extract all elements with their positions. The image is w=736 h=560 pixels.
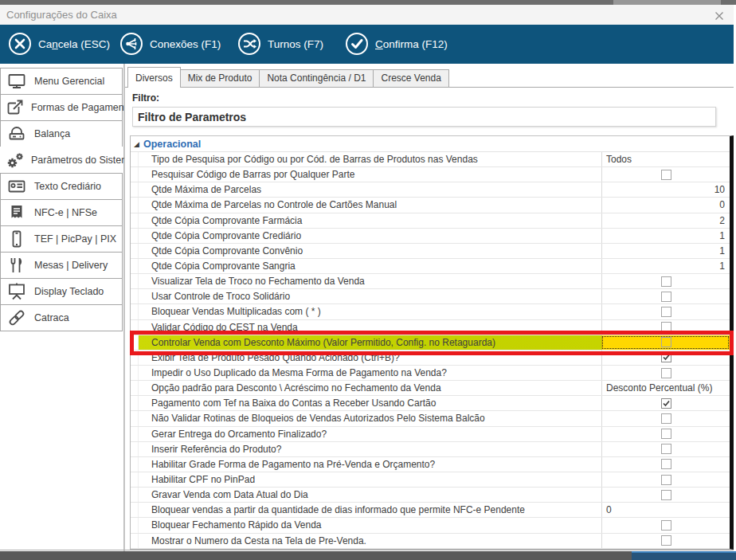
unchecked-checkbox[interactable] <box>661 535 671 546</box>
unchecked-checkbox[interactable] <box>661 170 671 180</box>
sidebar-item-label: NFC-e | NFSe <box>34 207 97 218</box>
checked-checkbox[interactable] <box>661 352 671 362</box>
param-value: Todos <box>606 154 632 165</box>
sidebar-item-tef-picpay-pix[interactable]: TEF | PicPay | PIX <box>0 225 123 253</box>
unchecked-checkbox[interactable] <box>661 307 671 317</box>
unchecked-checkbox[interactable] <box>661 292 671 302</box>
row-indent <box>131 488 139 502</box>
param-row: Pagamento com Tef na Baixa do Contas a R… <box>131 396 730 411</box>
param-row: Gravar Venda com Data Atual do Dia <box>131 488 730 503</box>
filter-input[interactable] <box>132 107 716 127</box>
param-value-cell <box>601 304 730 319</box>
receipt-icon <box>5 202 29 223</box>
param-value-cell <box>601 427 730 441</box>
toolbar: Cancela (ESC)Conexões (F1)Turnos (F7)Con… <box>0 25 734 64</box>
sidebar-item-label: Balança <box>34 128 70 139</box>
toolbar-button-confirm[interactable]: Confirma (F12) <box>345 32 448 56</box>
param-value: 2 <box>719 215 725 226</box>
row-indent <box>131 304 139 319</box>
param-value-cell <box>601 442 730 456</box>
sidebar-item-menu-gerencial[interactable]: Menu Gerencial <box>0 68 123 95</box>
unchecked-checkbox[interactable] <box>661 429 671 439</box>
toolbar-button-connections[interactable]: Conexões (F1) <box>119 32 221 56</box>
gears-icon <box>5 150 25 170</box>
param-label: Qtde Cópia Comprovante Farmácia <box>139 213 601 228</box>
row-indent <box>131 320 139 335</box>
param-label: Inserir Referência do Produto? <box>139 442 601 456</box>
param-value-cell[interactable]: 1 <box>601 259 730 273</box>
param-value-cell <box>601 350 730 365</box>
param-value-cell[interactable]: Desconto Percentual (%) <box>601 381 730 395</box>
parameters-grid: ◢ Operacional Tipo de Pesquisa por Códig… <box>130 135 734 550</box>
row-indent <box>131 472 139 487</box>
param-value-cell[interactable]: 0 <box>601 198 730 212</box>
tab-diversos[interactable]: Diversos <box>127 67 181 88</box>
close-icon[interactable] <box>713 10 726 22</box>
tab-mix-de-produto[interactable]: Mix de Produto <box>180 69 260 87</box>
unchecked-checkbox[interactable] <box>661 322 671 332</box>
unchecked-checkbox[interactable] <box>661 337 671 347</box>
row-indent <box>131 396 139 410</box>
content-panel: DiversosMix de ProdutoNota Contingência … <box>124 64 734 551</box>
sidebar-item-label: Display Teclado <box>34 286 104 297</box>
param-label: Qtde Máxima de Parcelas <box>139 182 601 197</box>
sidebar-item-formas-de-pagamento[interactable]: Formas de Pagamento <box>0 94 123 121</box>
toolbar-button-cancel[interactable]: Cancela (ESC) <box>8 32 110 56</box>
row-indent <box>131 534 139 548</box>
payment-export-icon <box>5 97 25 118</box>
param-row: Qtde Cópia Comprovante Sangria1 <box>131 259 730 274</box>
param-row: Exibir Tela de Produto Pesado Quando Aci… <box>131 350 730 366</box>
unchecked-checkbox[interactable] <box>661 459 671 469</box>
param-value-cell[interactable]: 1 <box>601 244 730 258</box>
toolbar-button-shifts[interactable]: Turnos (F7) <box>237 32 323 56</box>
param-value-cell[interactable]: 0 <box>601 503 730 517</box>
param-value-cell[interactable]: 2 <box>601 213 730 228</box>
param-row: Habilitar Grade Forma de Pagamento na Pr… <box>131 457 730 472</box>
checked-checkbox[interactable] <box>661 398 671 409</box>
param-value-cell[interactable]: 1 <box>601 229 730 243</box>
collapse-triangle-icon[interactable]: ◢ <box>134 140 143 148</box>
scale-icon <box>5 123 29 144</box>
param-value-cell <box>601 472 730 487</box>
sidebar-item-label: Menu Gerencial <box>34 76 104 87</box>
param-row: Gerar Entrega do Orcamento Finalizado? <box>131 427 730 442</box>
row-indent <box>131 427 139 441</box>
sidebar-item-parametros-do-sistema[interactable]: Parâmetros do Sistema <box>0 147 123 174</box>
sidebar-item-label: TEF | PicPay | PIX <box>34 233 116 245</box>
param-value-cell[interactable]: Todos <box>601 152 730 166</box>
param-label: Habilitar Grade Forma de Pagamento na Pr… <box>139 457 601 472</box>
titlebar: Configurações do Caixa <box>0 5 734 25</box>
param-row: Validar Código do CEST na Venda <box>131 320 730 335</box>
param-label: Pagamento com Tef na Baixa do Contas a R… <box>139 396 601 410</box>
sidebar-item-label: Texto Crediário <box>34 181 101 192</box>
unchecked-checkbox[interactable] <box>661 444 671 454</box>
param-row: Controlar Venda com Desconto Máximo (Val… <box>131 335 730 350</box>
row-indent <box>131 167 139 182</box>
param-value-cell[interactable]: 10 <box>601 182 730 197</box>
sidebar-item-mesas-delivery[interactable]: Mesas | Delivery <box>0 252 123 279</box>
unchecked-checkbox[interactable] <box>661 413 671 424</box>
sidebar-item-nfce-nfse[interactable]: NFC-e | NFSe <box>0 199 123 226</box>
sidebar-item-texto-crediario[interactable]: Texto Crediário <box>0 173 123 200</box>
unchecked-checkbox[interactable] <box>661 276 671 287</box>
param-row: Bloquear Vendas Multiplicadas com ( * ) <box>131 304 730 319</box>
tab-nota-contingencia-d1[interactable]: Nota Contingência / D1 <box>259 69 374 87</box>
projection-icon <box>5 281 29 302</box>
row-indent <box>131 244 139 258</box>
sidebar-item-display-teclado[interactable]: Display Teclado <box>0 278 123 305</box>
group-row-operacional[interactable]: ◢ Operacional <box>131 136 730 152</box>
cutlery-icon <box>5 255 29 276</box>
unchecked-checkbox[interactable] <box>661 520 671 531</box>
unchecked-checkbox[interactable] <box>661 490 671 500</box>
sidebar-item-catraca[interactable]: Catraca <box>0 304 123 331</box>
toolbar-button-label: Conexões (F1) <box>150 38 221 50</box>
unchecked-checkbox[interactable] <box>661 368 671 378</box>
tab-cresce-venda[interactable]: Cresce Venda <box>373 69 448 87</box>
row-indent <box>131 442 139 456</box>
toolbar-button-label: Turnos (F7) <box>268 38 323 50</box>
param-row: Tipo de Pesquisa por Código ou por Cód. … <box>131 152 730 167</box>
param-label: Gerar Entrega do Orcamento Finalizado? <box>139 427 601 441</box>
param-value: 10 <box>714 184 725 195</box>
unchecked-checkbox[interactable] <box>661 475 671 485</box>
sidebar-item-balanca[interactable]: Balança <box>0 120 123 147</box>
